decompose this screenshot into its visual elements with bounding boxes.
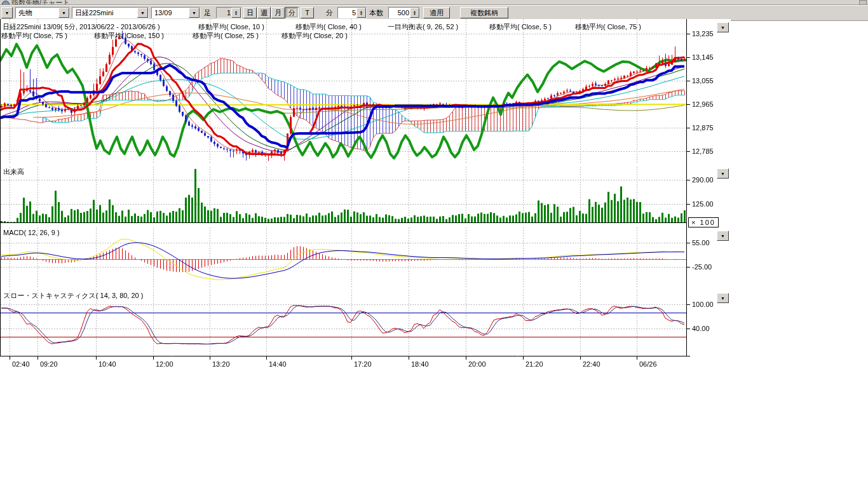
volume-pane-dropdown-button[interactable]: ▼ (717, 168, 729, 179)
chevron-down-icon[interactable]: ▼ (58, 8, 69, 18)
volume-multiplier-badge: × 100 (688, 217, 719, 227)
legend-item: 移動平均( Close, 5 ) (489, 22, 552, 32)
minute-value: 5 (338, 9, 356, 17)
stoch-pane-dropdown-button[interactable]: ▼ (717, 293, 729, 303)
category-value: 先物 (18, 8, 32, 18)
spinner-icon[interactable]: ▲▼ (356, 8, 366, 18)
legend-item: 移動平均( Close, 10 ) (198, 22, 264, 32)
minute-spinner[interactable]: 5 ▲▼ (337, 7, 367, 18)
legend-item: 移動平均( Close, 40 ) (295, 22, 362, 32)
window-corner-button[interactable] (859, 0, 867, 5)
tick-button[interactable]: T (301, 7, 314, 18)
minute-button[interactable]: 分 (285, 7, 299, 18)
legend-item: 移動平均( Close, 150 ) (94, 31, 164, 41)
category-select[interactable]: 先物 ▼ (15, 7, 70, 18)
apply-button[interactable]: 適用 (423, 7, 450, 18)
legend-item: 移動平均( Close, 25 ) (193, 31, 259, 41)
legend-item: 日経225mini 13/09( 5分, 2013/06/22 - 2013/0… (3, 22, 160, 32)
minute-label: 分 (326, 7, 333, 18)
bar-count-spinner[interactable]: 500 ▲▼ (388, 7, 420, 18)
main-pane-dropdown-button[interactable]: ▼ (717, 22, 729, 32)
window-title: 指数先物/チャート (11, 0, 70, 5)
chevron-down-icon[interactable]: ▼ (189, 8, 200, 18)
legend-item: 一目均衡表( 9, 26, 52 ) (388, 22, 458, 32)
daily-button[interactable]: 日 (243, 7, 257, 18)
legend-item: 移動平均( Close, 75 ) (575, 22, 641, 32)
bar-label: 足 (204, 7, 211, 18)
window-titlebar: 指数先物/チャート (0, 0, 868, 5)
macd-pane-title: MACD( 12, 26, 9 ) (3, 229, 60, 236)
bar-interval-spinner[interactable]: 1 ▲▼ (216, 7, 241, 18)
chevron-down-icon: ▼ (5, 11, 10, 15)
volume-pane-title: 出来高 (3, 167, 24, 177)
legend-item: 移動平均( Close, 75 ) (1, 31, 67, 41)
spinner-icon[interactable]: ▲▼ (410, 8, 419, 18)
chevron-down-icon: ▼ (721, 25, 725, 30)
monthly-button[interactable]: 月 (271, 7, 285, 18)
symbol-select[interactable]: 日経225mini ▼ (72, 7, 149, 18)
interval-value: 1 (217, 9, 231, 17)
window-menu-button[interactable]: ▼ (1, 7, 13, 18)
chevron-down-icon: ▼ (721, 296, 725, 301)
stoch-pane-title: スロー・ストキャスティクス( 14, 3, 80, 20 ) (3, 291, 143, 301)
chart-canvas[interactable] (0, 19, 731, 372)
contract-month-select[interactable]: 13/09 ▼ (151, 7, 200, 18)
legend-item: 移動平均( Close, 20 ) (281, 31, 348, 41)
contract-value: 13/09 (154, 9, 172, 17)
chevron-down-icon: ▼ (721, 172, 725, 176)
symbol-value: 日経225mini (75, 8, 114, 18)
app-icon (2, 1, 10, 5)
multi-symbol-button[interactable]: 複数銘柄 (460, 7, 508, 18)
weekly-button[interactable]: 週 (257, 7, 271, 18)
chevron-down-icon: ▼ (721, 234, 725, 238)
count-label: 本数 (369, 7, 383, 18)
macd-pane-dropdown-button[interactable]: ▼ (717, 231, 729, 241)
chevron-down-icon[interactable]: ▼ (137, 8, 148, 18)
count-value: 500 (389, 9, 410, 17)
spinner-icon[interactable]: ▲▼ (231, 8, 241, 18)
